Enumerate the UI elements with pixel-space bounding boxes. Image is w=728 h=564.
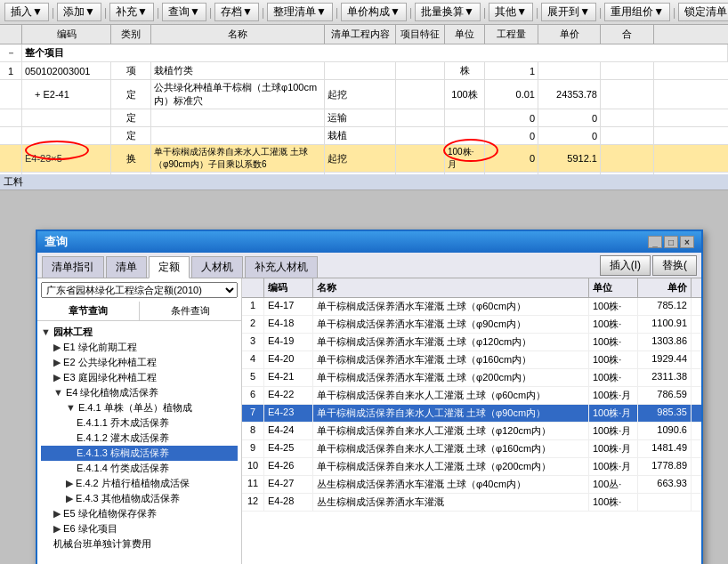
- row-code: 050102003001: [22, 62, 111, 79]
- tab-list[interactable]: 清单: [106, 256, 147, 278]
- col-header-num: [0, 25, 22, 44]
- tree-item-e4-1-3[interactable]: E.4.1.3 棕榈成活保养: [41, 446, 238, 461]
- result-row[interactable]: 1 E4-17 单干棕榈成活保养洒水车灌溉 土球（φ60cm内） 100株· 7…: [242, 298, 701, 316]
- tab-materials[interactable]: 人材机: [191, 256, 243, 278]
- archive-btn[interactable]: 存档▼: [214, 3, 259, 21]
- tree-item-e3[interactable]: ▶ E3 庭园绿化种植工程: [41, 370, 238, 385]
- result-name: 单干棕榈成活保养洒水车灌溉 土球（φ120cm内）: [313, 334, 589, 350]
- tree-item-e5[interactable]: ▶ E5 绿化植物保存保养: [41, 506, 238, 521]
- tab-list-guide[interactable]: 清单指引: [42, 256, 104, 278]
- group-minus[interactable]: －: [0, 44, 22, 61]
- tree-item-e4-3[interactable]: ▶ E.4.3 其他植物成活保养: [41, 491, 238, 506]
- result-code: E4-26: [264, 458, 313, 475]
- unit-price-btn[interactable]: 单价构成▼: [341, 3, 407, 21]
- row-content: 起挖: [325, 145, 396, 172]
- result-row[interactable]: 11 E4-27 丛生棕榈成活保养洒水车灌溉 土球（φ40cm内） 100丛· …: [242, 476, 701, 494]
- result-code: E4-19: [264, 334, 313, 350]
- result-unit: 100株·: [589, 494, 638, 511]
- tree-item-e4-1[interactable]: ▼ E.4.1 单株（单丛）植物成: [41, 400, 238, 415]
- tree-item-e6[interactable]: ▶ E6 绿化项目: [41, 521, 238, 536]
- row-total: [601, 145, 654, 172]
- close-btn[interactable]: ×: [680, 236, 694, 248]
- result-row[interactable]: 9 E4-25 单干棕榈成活保养自来水人工灌溉 土球（φ160cm内） 100株…: [242, 440, 701, 458]
- maximize-btn[interactable]: □: [664, 236, 678, 248]
- row-code: [22, 127, 111, 144]
- lock-btn[interactable]: 锁定清单▼: [678, 3, 728, 21]
- right-panel: 编码 名称 单位 单价 1 E4-17 单干棕榈成活保养洒水车灌溉 土球（φ60…: [242, 278, 701, 564]
- tree-item-e4-1-4[interactable]: E.4.1.4 竹类成活保养: [41, 461, 238, 476]
- result-name: 单干棕榈成活保养洒水车灌溉 土球（φ60cm内）: [313, 298, 589, 315]
- result-num: 11: [242, 476, 264, 493]
- result-price: 985.35: [638, 405, 692, 422]
- tree-item-machine[interactable]: 机械台班单独计算费用: [41, 536, 238, 552]
- row-code: +E2-41: [22, 80, 111, 109]
- result-row[interactable]: 2 E4-18 单干棕榈成活保养洒水车灌溉 土球（φ90cm内） 100株· 1…: [242, 316, 701, 334]
- result-row[interactable]: 7 E4-23 单干棕榈成活保养自来水人工灌溉 土球（φ90cm内） 100株·…: [242, 405, 701, 423]
- tab-quota[interactable]: 定额: [149, 256, 190, 278]
- row-unit: 100株: [445, 80, 485, 109]
- table-row[interactable]: 定 运输 0 0: [0, 109, 728, 127]
- result-num: 1: [242, 298, 264, 315]
- row-name: [151, 127, 325, 144]
- result-row[interactable]: 6 E4-22 单干棕榈成活保养自来水人工灌溉 土球（φ60cm内） 100株·…: [242, 387, 701, 405]
- result-price: 1929.44: [638, 351, 692, 368]
- row-content: 运输: [325, 109, 396, 126]
- table-row[interactable]: 定 栽植 0 0: [0, 127, 728, 145]
- result-num: 12: [242, 494, 264, 511]
- expand-btn[interactable]: 展开到▼: [541, 3, 596, 21]
- supplement-btn[interactable]: 补充▼: [109, 3, 154, 21]
- tree-item-root[interactable]: ▼ 园林工程: [41, 325, 238, 340]
- result-name: 单干棕榈成活保养洒水车灌溉 土球（φ160cm内）: [313, 351, 589, 368]
- col-header-price: 单价: [538, 25, 601, 44]
- result-code: E4-27: [264, 476, 313, 493]
- result-num: 2: [242, 316, 264, 333]
- result-code: E4-21: [264, 369, 313, 386]
- group-label-row: － 整个项目: [0, 44, 728, 62]
- batch-calc-btn[interactable]: 批量换算▼: [415, 3, 481, 21]
- result-code: E4-17: [264, 298, 313, 315]
- result-row[interactable]: 4 E4-20 单干棕榈成活保养洒水车灌溉 土球（φ160cm内） 100株· …: [242, 351, 701, 369]
- row-price: 0: [538, 109, 601, 126]
- result-row[interactable]: 5 E4-21 单干棕榈成活保养洒水车灌溉 土球（φ200cm内） 100株· …: [242, 369, 701, 387]
- row-type: 项: [111, 62, 151, 79]
- row-num: 1: [0, 62, 22, 79]
- table-row[interactable]: 1 050102003001 项 栽植竹类 株 1: [0, 62, 728, 80]
- minimize-btn[interactable]: _: [648, 236, 662, 248]
- table-row[interactable]: +E2-41 定 公共绿化种植单干棕榈（土球φ100cm内）标准穴 起挖 100…: [0, 80, 728, 109]
- result-num: 3: [242, 334, 264, 350]
- result-header: 编码 名称 单位 单价: [242, 278, 701, 298]
- organize-btn[interactable]: 整理清单▼: [267, 3, 333, 21]
- tree-item-e1[interactable]: ▶ E1 绿化前期工程: [41, 340, 238, 355]
- province-select[interactable]: 广东省园林绿化工程综合定额(2010): [41, 282, 238, 298]
- col-header-total: 合: [601, 25, 654, 44]
- dialog-title-buttons: _ □ ×: [648, 236, 694, 248]
- table-row[interactable]: E4-23×5 换 单干棕榈成活保养自来水人工灌溉 土球（φ90cm内）子目乘以…: [0, 145, 728, 173]
- row-name: [151, 109, 325, 126]
- reuse-btn[interactable]: 重用组价▼: [604, 3, 670, 21]
- row-unit: [445, 109, 485, 126]
- col-header-code: 编码: [22, 25, 111, 44]
- insert-action-btn[interactable]: 插入(I): [600, 255, 651, 276]
- tree-item-e4-1-1[interactable]: E.4.1.1 乔木成活保养: [41, 415, 238, 431]
- result-row[interactable]: 10 E4-26 单干棕榈成活保养自来水人工灌溉 土球（φ200cm内） 100…: [242, 458, 701, 476]
- tree-item-e4-1-2[interactable]: E.4.1.2 灌木成活保养: [41, 431, 238, 446]
- row-feature: [396, 127, 445, 144]
- result-row[interactable]: 3 E4-19 单干棕榈成活保养洒水车灌溉 土球（φ120cm内） 100株· …: [242, 334, 701, 351]
- tree-item-e4[interactable]: ▼ E4 绿化植物成活保养: [41, 385, 238, 400]
- result-row[interactable]: 8 E4-24 单干棕榈成活保养自来水人工灌溉 土球（φ120cm内） 100株…: [242, 423, 701, 440]
- result-name: 单干棕榈成活保养自来水人工灌溉 土球（φ120cm内）: [313, 423, 589, 439]
- tab-supplement[interactable]: 补充人材机: [245, 256, 318, 278]
- result-price: 1778.89: [638, 458, 692, 475]
- tree-item-e2[interactable]: ▶ E2 公共绿化种植工程: [41, 355, 238, 370]
- tree-item-e4-2[interactable]: ▶ E.4.2 片植行植植物成活保: [41, 476, 238, 491]
- row-type: 定: [111, 109, 151, 126]
- row-content: 栽植: [325, 127, 396, 144]
- other-btn[interactable]: 其他▼: [489, 3, 533, 21]
- result-row[interactable]: 12 E4-28 丛生棕榈成活保养洒水车灌溉 100株·: [242, 494, 701, 512]
- insert-btn[interactable]: 插入▼: [4, 3, 49, 21]
- query-btn[interactable]: 查询▼: [162, 3, 206, 21]
- add-btn[interactable]: 添加▼: [57, 3, 101, 21]
- chapter-search-tab[interactable]: 章节查询: [37, 302, 140, 320]
- condition-search-tab[interactable]: 条件查询: [140, 302, 241, 320]
- replace-action-btn[interactable]: 替换(: [652, 255, 697, 276]
